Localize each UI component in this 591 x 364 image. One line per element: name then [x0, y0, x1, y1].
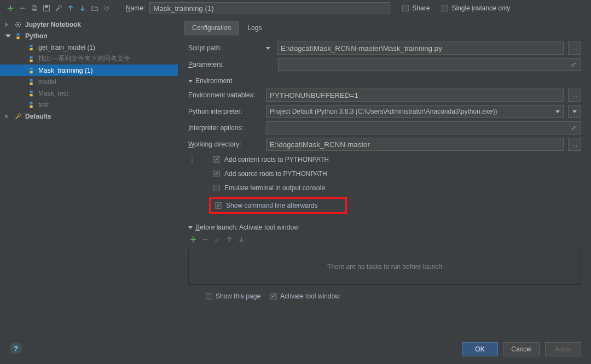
- emulate-terminal-checkbox[interactable]: [213, 185, 220, 191]
- up-icon: [225, 236, 233, 243]
- python-icon: [27, 101, 35, 109]
- ok-button[interactable]: OK: [462, 342, 498, 356]
- svg-rect-0: [32, 6, 36, 10]
- single-instance-checkbox[interactable]: [442, 5, 448, 11]
- python-icon: [27, 90, 35, 97]
- remove-icon[interactable]: [19, 4, 26, 12]
- chevron-down-icon: [572, 110, 577, 113]
- add-icon[interactable]: [7, 4, 14, 12]
- tab-logs[interactable]: Logs: [239, 21, 270, 36]
- working-dir-label: Working directory:: [188, 140, 262, 148]
- tree-item-1[interactable]: 找出一系列文件夹下的同名文件: [0, 53, 178, 64]
- python-interpreter-combo[interactable]: Project Default (Python 3.6.3 (C:\Users\…: [266, 105, 564, 118]
- env-vars-label: Environment variables:: [188, 91, 262, 99]
- script-path-browse[interactable]: ...: [568, 42, 581, 55]
- tree-item-5[interactable]: test: [0, 99, 178, 110]
- expand-icon[interactable]: ⤢: [571, 124, 578, 132]
- tree-defaults[interactable]: Defaults: [0, 110, 178, 122]
- tree-jupyter[interactable]: Jupyter Notebook: [0, 19, 178, 30]
- before-launch-tasks: There are no tasks to run before launch: [188, 249, 581, 285]
- python-icon: [27, 67, 35, 74]
- emulate-terminal-label: Emulate terminal in output console: [224, 184, 325, 192]
- grip-icon[interactable]: [190, 156, 194, 163]
- name-label: Name:: [126, 4, 145, 12]
- python-icon: [27, 55, 35, 63]
- add-source-roots-label: Add source roots to PYTHONPATH: [224, 170, 327, 178]
- add-content-roots-label: Add content roots to PYTHONPATH: [224, 156, 329, 163]
- show-this-page-checkbox[interactable]: [206, 293, 212, 300]
- collapse-icon[interactable]: [103, 4, 111, 12]
- apply-button: Apply: [545, 342, 581, 356]
- svg-rect-1: [33, 7, 37, 10]
- show-cmdline-label: Show command line afterwards: [226, 202, 317, 209]
- remove-icon: [201, 236, 209, 243]
- environment-section[interactable]: Environment: [188, 77, 581, 85]
- activate-tool-label: Activate tool window: [280, 292, 340, 300]
- single-instance-label: Single instance only: [451, 4, 510, 12]
- help-icon[interactable]: ?: [10, 342, 22, 354]
- env-vars-input[interactable]: [266, 89, 564, 102]
- activate-tool-checkbox[interactable]: [270, 293, 277, 300]
- copy-icon[interactable]: [31, 4, 38, 12]
- python-interpreter-label: Python interpreter:: [188, 108, 262, 115]
- svg-rect-3: [45, 5, 48, 8]
- show-this-page-label: Show this page: [216, 292, 260, 300]
- before-launch-section[interactable]: Before launch: Activate tool window: [188, 224, 581, 231]
- add-icon[interactable]: [189, 236, 197, 243]
- folder-icon[interactable]: [91, 4, 99, 12]
- chevron-down-icon: [555, 110, 560, 113]
- script-path-label: Script path:: [188, 44, 262, 52]
- down-icon[interactable]: [79, 4, 86, 12]
- cancel-button[interactable]: Cancel: [503, 342, 540, 356]
- working-dir-browse[interactable]: ...: [568, 138, 581, 151]
- tree-python[interactable]: Python: [0, 30, 178, 42]
- python-icon: [27, 78, 35, 86]
- chevron-right-icon: [5, 114, 11, 119]
- tab-configuration[interactable]: Configuration: [184, 21, 239, 36]
- add-content-roots-checkbox[interactable]: [213, 156, 220, 163]
- share-checkbox[interactable]: [402, 5, 409, 11]
- jupyter-icon: [14, 21, 22, 28]
- tree-item-3[interactable]: model: [0, 76, 178, 87]
- parameters-input[interactable]: ⤢: [278, 58, 581, 71]
- python-icon: [27, 44, 35, 51]
- show-cmdline-checkbox[interactable]: [215, 202, 222, 209]
- python-icon: [14, 32, 22, 40]
- interpreter-options-label: Interpreter options:: [188, 124, 262, 132]
- edit-icon: [213, 236, 221, 243]
- tree-item-0[interactable]: get_train_model (1): [0, 42, 178, 53]
- share-label: Share: [412, 4, 430, 12]
- up-icon[interactable]: [67, 4, 74, 12]
- chevron-down-icon: [5, 34, 11, 37]
- script-path-dropdown-icon[interactable]: [266, 47, 270, 50]
- chevron-down-icon: [188, 80, 193, 83]
- chevron-down-icon: [188, 226, 193, 229]
- interpreter-options-input[interactable]: ⤢: [266, 121, 581, 134]
- name-input[interactable]: [149, 2, 390, 14]
- save-icon[interactable]: [43, 4, 50, 12]
- down-icon: [237, 236, 245, 243]
- tree-item-4[interactable]: Mask_test: [0, 87, 178, 99]
- script-path-input[interactable]: [277, 42, 564, 55]
- env-vars-browse[interactable]: ...: [568, 89, 581, 102]
- wrench-icon[interactable]: [55, 4, 62, 12]
- add-source-roots-checkbox[interactable]: [213, 171, 220, 177]
- parameters-label: Parameters:: [188, 61, 262, 68]
- working-dir-input[interactable]: [266, 138, 564, 151]
- chevron-right-icon: [5, 22, 11, 27]
- sidebar: Jupyter Notebook Python get_train_model …: [0, 16, 178, 331]
- highlight-box: Show command line afterwards: [209, 197, 347, 214]
- expand-icon[interactable]: ⤢: [571, 61, 578, 68]
- tree-item-2[interactable]: Mask_trainning (1): [0, 64, 178, 76]
- svg-point-6: [17, 24, 19, 26]
- wrench-icon: [14, 113, 22, 120]
- python-interpreter-dropdown[interactable]: [568, 105, 581, 118]
